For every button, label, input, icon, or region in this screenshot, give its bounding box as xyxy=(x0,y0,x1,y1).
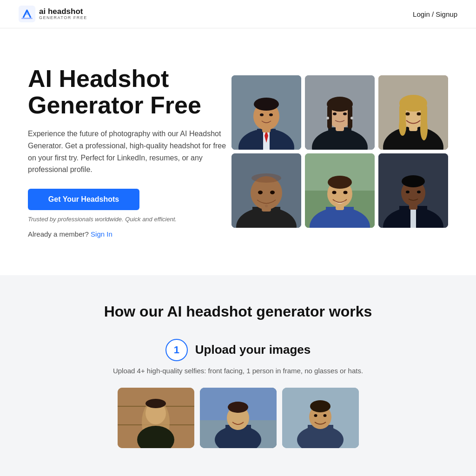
svg-point-42 xyxy=(251,173,281,183)
headshot-photo-3 xyxy=(378,75,448,150)
get-headshots-button[interactable]: Get Your Headshots xyxy=(28,189,139,210)
sample-photo-svg-3 xyxy=(282,388,359,448)
login-signup-link[interactable]: Login / Signup xyxy=(413,10,457,18)
svg-point-62 xyxy=(402,175,425,187)
logo-subtitle: GENERATOR FREE xyxy=(39,16,87,20)
svg-point-79 xyxy=(228,402,248,413)
headshot-photo-4 xyxy=(231,153,301,228)
site-header: ai headshot GENERATOR FREE Login / Signu… xyxy=(0,0,476,28)
headshot-grid xyxy=(231,75,448,228)
svg-point-85 xyxy=(310,400,331,412)
sample-photo-svg-1 xyxy=(118,388,194,448)
hero-description: Experience the future of photography wit… xyxy=(28,128,228,175)
headshot-photo-1 xyxy=(231,75,301,150)
svg-point-35 xyxy=(406,112,410,116)
hero-section: AI Headshot Generator Free Experience th… xyxy=(0,28,476,275)
svg-point-10 xyxy=(254,98,279,111)
trusted-text: Trusted by professionals worldwide. Quic… xyxy=(28,216,228,223)
svg-point-34 xyxy=(420,117,428,140)
svg-point-86 xyxy=(314,414,317,417)
svg-point-22 xyxy=(350,117,353,119)
step-1-number: 1 xyxy=(165,339,188,361)
how-title: How our AI headshot generator works xyxy=(19,303,457,320)
svg-point-11 xyxy=(260,113,264,116)
headshot-3 xyxy=(378,75,448,150)
svg-point-24 xyxy=(343,112,347,115)
logo: ai headshot GENERATOR FREE xyxy=(19,6,87,22)
headshot-photo-6 xyxy=(378,153,448,228)
svg-rect-1 xyxy=(21,18,33,19)
step-1-block: 1 Upload your images Upload 4+ high-qual… xyxy=(19,339,457,448)
step-1-header: 1 Upload your images xyxy=(165,339,311,361)
logo-icon xyxy=(19,6,35,22)
svg-point-21 xyxy=(326,117,329,119)
svg-point-64 xyxy=(417,191,421,193)
svg-point-12 xyxy=(269,113,273,116)
sample-photo-svg-2 xyxy=(200,388,277,448)
sample-photo-1 xyxy=(118,388,194,448)
hero-left: AI Headshot Generator Free Experience th… xyxy=(28,66,228,238)
headshot-4 xyxy=(231,153,301,228)
svg-point-63 xyxy=(406,191,410,193)
step-1-description: Upload 4+ high-quality selfies: front fa… xyxy=(113,367,363,375)
headshot-photo-2 xyxy=(305,75,375,150)
sample-photo-2 xyxy=(200,388,277,448)
sign-in-link[interactable]: Sign In xyxy=(91,230,112,238)
sample-photo-3 xyxy=(282,388,359,448)
headshot-photo-5 xyxy=(305,153,375,228)
hero-title: AI Headshot Generator Free xyxy=(28,66,228,119)
svg-point-36 xyxy=(417,112,421,116)
svg-point-53 xyxy=(332,191,337,194)
svg-point-33 xyxy=(399,117,406,136)
svg-point-44 xyxy=(270,191,275,194)
how-it-works-section: How our AI headshot generator works 1 Up… xyxy=(0,275,476,476)
svg-point-87 xyxy=(323,414,326,417)
svg-point-52 xyxy=(328,176,352,189)
svg-point-54 xyxy=(344,191,348,194)
svg-point-43 xyxy=(258,191,263,194)
svg-point-71 xyxy=(145,399,166,408)
headshot-5 xyxy=(305,153,375,228)
step-1-label: Upload your images xyxy=(195,343,311,357)
headshot-2 xyxy=(305,75,375,150)
headshot-6 xyxy=(378,153,448,228)
logo-name: ai headshot xyxy=(39,7,87,16)
already-member-text: Already a member? Sign In xyxy=(28,230,228,238)
svg-point-45 xyxy=(265,205,268,207)
svg-point-23 xyxy=(333,112,337,115)
headshot-1 xyxy=(231,75,301,150)
sample-photos-row xyxy=(118,388,359,448)
